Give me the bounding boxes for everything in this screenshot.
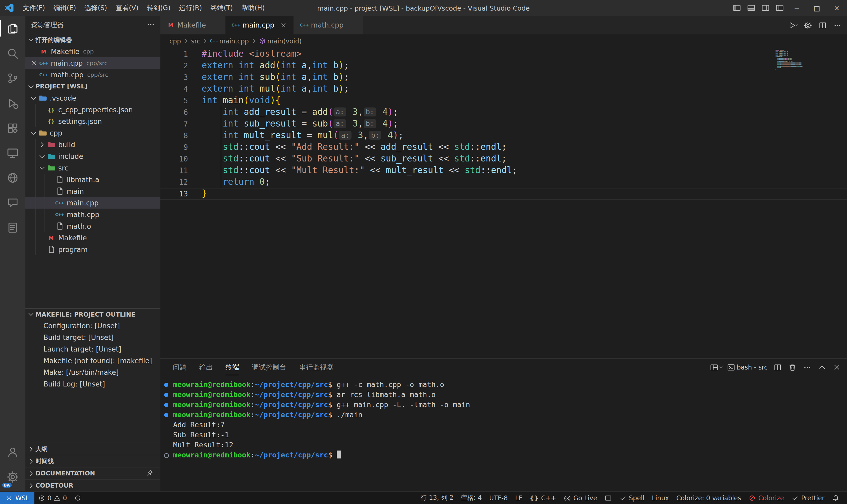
command-decoration[interactable]: [164, 413, 168, 417]
terminal-views-icon[interactable]: [711, 361, 722, 373]
activity-globe[interactable]: [0, 165, 25, 190]
tree-item-program[interactable]: program: [25, 244, 160, 255]
outline-item-makefile-not-found-makefile[interactable]: Makefile (not found): [makefile]: [25, 355, 160, 366]
close-tab-icon[interactable]: [279, 21, 288, 30]
status-bell[interactable]: [828, 492, 843, 504]
open-editors-header[interactable]: 打开的编辑器: [25, 34, 160, 46]
section-item[interactable]: 时间线: [25, 455, 160, 467]
tree-item-build[interactable]: build: [25, 139, 160, 150]
status-13-2[interactable]: 行 13, 列 2: [417, 492, 457, 504]
activity-debug[interactable]: [0, 91, 25, 115]
problems-status[interactable]: 0 0: [34, 492, 71, 504]
outline-item-launch-target-unset[interactable]: Launch target: [Unset]: [25, 343, 160, 355]
terminal-selector[interactable]: bash - src: [725, 361, 769, 373]
command-decoration[interactable]: [164, 382, 168, 387]
status-utf-8[interactable]: UTF-8: [485, 492, 511, 504]
tree-item-vscode[interactable]: .vscode: [25, 92, 160, 104]
code-line-8[interactable]: 8 int mult_result = mul(a: 3,b: 4);: [160, 130, 847, 141]
tab-main-cpp[interactable]: C++main.cpp: [226, 16, 294, 34]
code-line-4[interactable]: 4extern int mul(int a,int b);: [160, 83, 847, 95]
status-colorize[interactable]: Colorize: [745, 492, 788, 504]
status-linux[interactable]: Linux: [648, 492, 673, 504]
line-number[interactable]: 11: [160, 165, 188, 176]
panel-tab-item[interactable]: 终端: [226, 359, 239, 375]
section-documentation[interactable]: DOCUMENTATION: [25, 467, 160, 479]
tree-item-cpp[interactable]: cpp: [25, 127, 160, 139]
status-4[interactable]: 空格: 4: [457, 492, 485, 504]
tree-item-main-cpp[interactable]: C++main.cpp: [25, 197, 160, 209]
status-go-live[interactable]: Go Live: [560, 492, 601, 504]
tree-item-math-o[interactable]: math.o: [25, 220, 160, 232]
code-line-2[interactable]: 2extern int add(int a,int b);: [160, 60, 847, 71]
run-code-button[interactable]: [787, 19, 799, 32]
pin-icon[interactable]: [146, 469, 154, 478]
activity-chat[interactable]: [0, 190, 25, 215]
tree-item-settings-json[interactable]: {}settings.json: [25, 115, 160, 127]
line-number[interactable]: 8: [160, 130, 188, 141]
status-prettier[interactable]: Prettier: [788, 492, 828, 504]
tab-makefile[interactable]: MMakefile: [160, 16, 226, 34]
open-editor-math-cpp[interactable]: C++math.cppcpp/src: [25, 69, 160, 80]
tree-item-libmath-a[interactable]: libmath.a: [25, 174, 160, 185]
status-c[interactable]: {}C++: [526, 492, 560, 504]
panel-tab-item[interactable]: 调试控制台: [252, 359, 286, 375]
line-number[interactable]: 3: [160, 71, 188, 83]
makefile-outline-header[interactable]: MAKEFILE: PROJECT OUTLINE: [25, 308, 160, 320]
sync-status-icon[interactable]: [71, 492, 85, 504]
code-line-12[interactable]: 12 return 0;: [160, 176, 847, 188]
line-number[interactable]: 13: [160, 188, 188, 200]
status-browser[interactable]: [601, 492, 615, 504]
status-lf[interactable]: LF: [511, 492, 526, 504]
activity-search[interactable]: [0, 41, 25, 66]
close-editor-icon[interactable]: [31, 59, 39, 67]
activity-explorer[interactable]: [0, 16, 25, 41]
code-line-6[interactable]: 6 int add_result = add(a: 3,b: 4);: [160, 106, 847, 118]
outline-item-build-target-unset[interactable]: Build target: [Unset]: [25, 332, 160, 343]
line-number[interactable]: 9: [160, 141, 188, 153]
remote-indicator[interactable]: WSL: [0, 492, 34, 504]
breadcrumb-item-src[interactable]: src: [191, 37, 200, 45]
tree-item-src[interactable]: src: [25, 162, 160, 174]
line-number[interactable]: 4: [160, 83, 188, 95]
window-close-button[interactable]: ×: [827, 0, 847, 16]
code-line-7[interactable]: 7 int sub_result = sub(a: 3,b: 4);: [160, 118, 847, 130]
panel-tab-item[interactable]: 问题: [173, 359, 186, 375]
status-spell[interactable]: Spell: [615, 492, 648, 504]
panel-more-actions-icon[interactable]: [801, 361, 813, 373]
code-line-9[interactable]: 9 std::cout << "Add Result:" << add_resu…: [160, 141, 847, 153]
section-codetour[interactable]: CODETOUR: [25, 479, 160, 491]
breadcrumb-item-main-void[interactable]: main(void): [259, 37, 302, 45]
window-minimize-button[interactable]: ─: [787, 0, 807, 16]
tree-item-include[interactable]: include: [25, 150, 160, 162]
line-number[interactable]: 6: [160, 106, 188, 118]
menu-e[interactable]: 编辑(E): [49, 0, 80, 16]
status-colorize-0-variables[interactable]: Colorize: 0 variables: [672, 492, 745, 504]
line-number[interactable]: 5: [160, 95, 188, 106]
settings-gear-icon[interactable]: [801, 19, 814, 32]
editor-more-actions-icon[interactable]: [831, 19, 844, 32]
activity-settings[interactable]: BA: [0, 464, 25, 489]
terminal-output[interactable]: meowrain@redmibook:~/project/cpp/src$ g+…: [160, 375, 847, 491]
outline-item-configuration-unset[interactable]: Configuration: [Unset]: [25, 320, 160, 332]
split-terminal-icon[interactable]: [772, 361, 783, 373]
toggle-secondary-sidebar-icon[interactable]: [758, 0, 772, 16]
maximize-panel-icon[interactable]: [816, 361, 828, 373]
kill-terminal-icon[interactable]: [787, 361, 798, 373]
outline-item-build-log-unset[interactable]: Build Log: [Unset]: [25, 378, 160, 390]
close-panel-icon[interactable]: [831, 361, 843, 373]
split-editor-icon[interactable]: [816, 19, 829, 32]
line-number[interactable]: 1: [160, 48, 188, 60]
code-line-10[interactable]: 10 std::cout << "Sub Result:" << sub_res…: [160, 153, 847, 165]
menu-s[interactable]: 选择(S): [80, 0, 111, 16]
tree-item-main[interactable]: main: [25, 185, 160, 197]
menu-g[interactable]: 转到(G): [143, 0, 175, 16]
customize-layout-icon[interactable]: [772, 0, 787, 16]
line-number[interactable]: 12: [160, 176, 188, 188]
section-item[interactable]: 大纲: [25, 443, 160, 455]
project-section-header[interactable]: PROJECT [WSL]: [25, 80, 160, 92]
line-number[interactable]: 7: [160, 118, 188, 130]
outline-item-make-usr-bin-make[interactable]: Make: [/usr/bin/make]: [25, 366, 160, 378]
sidebar-more-icon[interactable]: [147, 20, 155, 30]
open-editor-main-cpp[interactable]: C++main.cppcpp/src: [25, 57, 160, 69]
minimap[interactable]: [776, 50, 812, 70]
